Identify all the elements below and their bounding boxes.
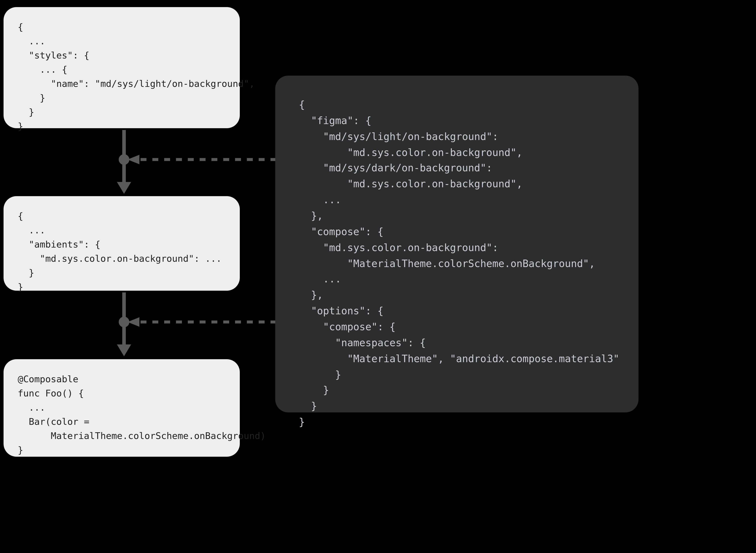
svg-marker-9: [128, 317, 140, 327]
dashed-connector-bottom: [124, 316, 277, 328]
compose-card: @Composable func Foo() { ... Bar(color =…: [4, 359, 240, 457]
arrow-styles-to-ambients: [106, 130, 142, 195]
styles-card: { ... "styles": { ... { "name": "md/sys/…: [4, 7, 240, 128]
svg-marker-6: [117, 344, 131, 356]
svg-point-7: [119, 317, 130, 327]
ambients-card: { ... "ambients": { "md.sys.color.on-bac…: [4, 196, 240, 291]
svg-marker-1: [117, 182, 131, 194]
svg-marker-4: [128, 155, 140, 164]
config-card: { "figma": { "md/sys/light/on-background…: [275, 76, 639, 412]
arrow-ambients-to-compose: [106, 293, 142, 358]
dashed-connector-top: [124, 154, 277, 165]
svg-point-2: [119, 154, 130, 165]
